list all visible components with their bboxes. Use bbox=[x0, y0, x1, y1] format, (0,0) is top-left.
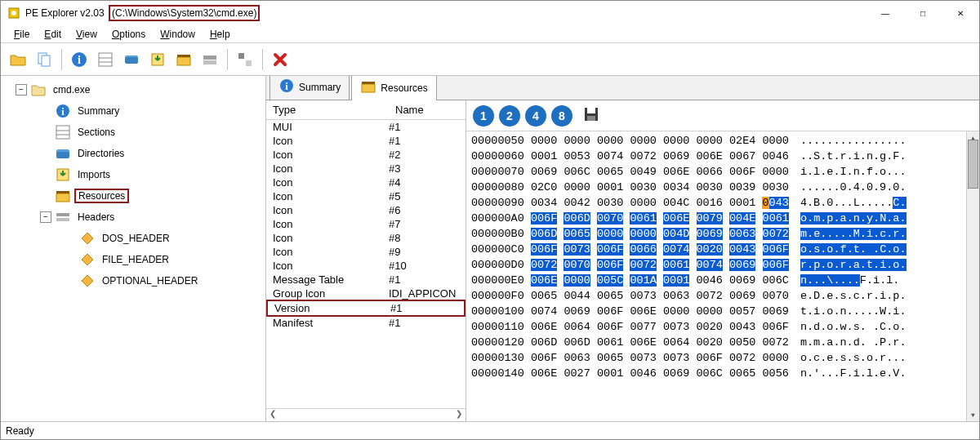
sections-icon[interactable] bbox=[93, 47, 118, 72]
tree-item-imports[interactable]: Imports bbox=[1, 164, 265, 185]
hex-line[interactable]: 00000060 0001 0053 0074 0072 0069 006E 0… bbox=[471, 149, 979, 164]
resource-list[interactable]: Type Name MUI#1Icon#1Icon#2Icon#3Icon#4I… bbox=[266, 100, 466, 421]
menu-help[interactable]: Help bbox=[203, 27, 237, 42]
menubar: FileEditViewOptionsWindowHelp bbox=[1, 25, 979, 43]
resource-row[interactable]: Icon#2 bbox=[266, 148, 466, 162]
resource-row[interactable]: Icon#6 bbox=[266, 203, 466, 217]
hex-width-2-button[interactable]: 2 bbox=[499, 105, 520, 127]
vertical-scrollbar[interactable]: ▲ ▼ bbox=[966, 131, 979, 421]
hex-bytes: 0072 0070 006F 0072 0061 0074 0069 006F bbox=[524, 259, 789, 271]
resource-row[interactable]: Icon#4 bbox=[266, 176, 466, 189]
resource-row[interactable]: Icon#7 bbox=[266, 217, 466, 231]
hex-line[interactable]: 000000E0 006E 0000 005C 001A 0001 0046 0… bbox=[471, 273, 979, 288]
hex-line[interactable]: 00000140 006E 0027 0001 0046 0069 006C 0… bbox=[471, 366, 979, 381]
resource-type: Group Icon bbox=[266, 287, 389, 300]
headers-icon[interactable] bbox=[198, 47, 222, 72]
resource-row[interactable]: Icon#3 bbox=[266, 162, 466, 176]
tree-label: Sections bbox=[74, 126, 118, 139]
minimize-button[interactable]: — bbox=[866, 1, 904, 25]
copy-icon[interactable] bbox=[32, 47, 56, 72]
tree-pane[interactable]: −cmd.exeiSummarySectionsDirectoriesImpor… bbox=[1, 76, 266, 421]
resource-name: #10 bbox=[389, 260, 466, 272]
hex-line[interactable]: 000000D0 0072 0070 006F 0072 0061 0074 0… bbox=[471, 257, 979, 273]
scroll-down-icon[interactable]: ▼ bbox=[967, 408, 979, 421]
hex-line[interactable]: 00000080 02C0 0000 0001 0030 0034 0030 0… bbox=[471, 180, 979, 195]
close-button[interactable]: ✕ bbox=[942, 1, 979, 25]
hex-line[interactable]: 00000070 0069 006C 0065 0049 006E 0066 0… bbox=[471, 164, 979, 180]
hex-width-8-button[interactable]: 8 bbox=[551, 105, 572, 127]
tab-resources[interactable]: Resources bbox=[351, 76, 436, 100]
resource-row[interactable]: Group IconIDI_APPICON bbox=[266, 287, 466, 300]
hex-view[interactable]: 00000050 0000 0000 0000 0000 0000 0000 0… bbox=[466, 131, 979, 421]
resource-row[interactable]: Icon#9 bbox=[266, 245, 466, 259]
resource-row[interactable]: Manifest#1 bbox=[266, 316, 466, 330]
hex-line[interactable]: 000000B0 006D 0065 0000 0000 004D 0069 0… bbox=[471, 226, 979, 242]
hex-line[interactable]: 000000C0 006F 0073 006F 0066 0074 0020 0… bbox=[471, 242, 979, 257]
hex-line[interactable]: 00000100 0074 0069 006F 006E 0000 0000 0… bbox=[471, 304, 979, 319]
collapse-icon[interactable]: − bbox=[16, 84, 27, 96]
hex-bytes: 006F 006D 0070 0061 006E 0079 004E 0061 bbox=[524, 212, 789, 224]
open-file-icon[interactable] bbox=[6, 47, 30, 72]
hex-bytes: 0069 006C 0065 0049 006E 0066 006F 0000 bbox=[524, 166, 789, 178]
resource-row[interactable]: Icon#8 bbox=[266, 231, 466, 245]
hex-line[interactable]: 00000130 006F 0063 0065 0073 0073 006F 0… bbox=[471, 350, 979, 366]
scroll-right-icon[interactable]: ❯ bbox=[456, 409, 462, 421]
toolbar-separator bbox=[262, 49, 263, 70]
svg-rect-17 bbox=[246, 60, 252, 66]
collapse-icon[interactable]: − bbox=[40, 211, 51, 223]
tree-item-directories[interactable]: Directories bbox=[1, 143, 265, 164]
save-icon[interactable] bbox=[582, 105, 600, 126]
tab-label: Summary bbox=[299, 82, 341, 93]
app-icon bbox=[7, 7, 20, 20]
toggle-icon[interactable] bbox=[233, 47, 257, 72]
menu-view[interactable]: View bbox=[69, 27, 104, 42]
hex-line[interactable]: 000000F0 0065 0044 0065 0073 0063 0072 0… bbox=[471, 288, 979, 304]
resources-icon[interactable] bbox=[172, 47, 196, 72]
svg-text:i: i bbox=[285, 80, 288, 92]
hex-width-4-button[interactable]: 4 bbox=[525, 105, 546, 127]
horizontal-scrollbar[interactable]: ❮ ❯ bbox=[266, 408, 466, 421]
hex-line[interactable]: 00000090 0034 0042 0030 0000 004C 0016 0… bbox=[471, 195, 979, 211]
hex-line[interactable]: 00000120 006D 006D 0061 006E 0064 0020 0… bbox=[471, 335, 979, 350]
statusbar: Ready bbox=[1, 421, 979, 439]
tree-item-sections[interactable]: Sections bbox=[1, 122, 265, 143]
imports-icon bbox=[55, 167, 71, 183]
tree-item-resources[interactable]: Resources bbox=[1, 185, 265, 207]
info-icon[interactable]: i bbox=[67, 47, 91, 72]
menu-options[interactable]: Options bbox=[105, 27, 152, 42]
tab-summary[interactable]: iSummary bbox=[270, 76, 350, 100]
directories-icon[interactable] bbox=[119, 47, 144, 72]
hex-line[interactable]: 000000A0 006F 006D 0070 0061 006E 0079 0… bbox=[471, 211, 979, 226]
hex-address: 00000140 bbox=[471, 367, 524, 380]
resource-row[interactable]: Icon#5 bbox=[266, 189, 466, 203]
tree-item-summary[interactable]: iSummary bbox=[1, 100, 265, 122]
tree-item-optional_header[interactable]: OPTIONAL_HEADER bbox=[1, 270, 265, 291]
imports-icon[interactable] bbox=[145, 47, 170, 72]
tree-root[interactable]: −cmd.exe bbox=[1, 79, 265, 100]
resource-row[interactable]: Icon#10 bbox=[266, 259, 466, 273]
delete-icon[interactable] bbox=[268, 47, 292, 72]
resource-row[interactable]: Message Table#1 bbox=[266, 273, 466, 287]
tree-item-dos_header[interactable]: DOS_HEADER bbox=[1, 228, 265, 249]
resource-row[interactable]: MUI#1 bbox=[266, 120, 466, 134]
column-type[interactable]: Type bbox=[266, 100, 389, 119]
resource-name: #4 bbox=[389, 176, 466, 189]
scroll-thumb[interactable] bbox=[968, 140, 978, 189]
hex-width-1-button[interactable]: 1 bbox=[473, 105, 494, 127]
column-name[interactable]: Name bbox=[389, 100, 430, 119]
menu-edit[interactable]: Edit bbox=[38, 27, 68, 42]
resource-name: #8 bbox=[389, 232, 466, 244]
resource-row[interactable]: Icon#1 bbox=[266, 134, 466, 148]
maximize-button[interactable]: □ bbox=[904, 1, 942, 25]
folder-icon bbox=[30, 82, 47, 98]
svg-rect-35 bbox=[362, 84, 375, 92]
hex-address: 00000100 bbox=[471, 305, 524, 318]
menu-file[interactable]: File bbox=[7, 27, 36, 42]
resource-row[interactable]: Version#1 bbox=[266, 300, 466, 317]
tree-item-file_header[interactable]: FILE_HEADER bbox=[1, 249, 265, 270]
tree-item-headers[interactable]: −Headers bbox=[1, 207, 265, 228]
hex-line[interactable]: 00000050 0000 0000 0000 0000 0000 0000 0… bbox=[471, 133, 979, 149]
hex-line[interactable]: 00000110 006E 0064 006F 0077 0073 0020 0… bbox=[471, 319, 979, 335]
menu-window[interactable]: Window bbox=[154, 27, 202, 42]
scroll-left-icon[interactable]: ❮ bbox=[270, 409, 276, 421]
